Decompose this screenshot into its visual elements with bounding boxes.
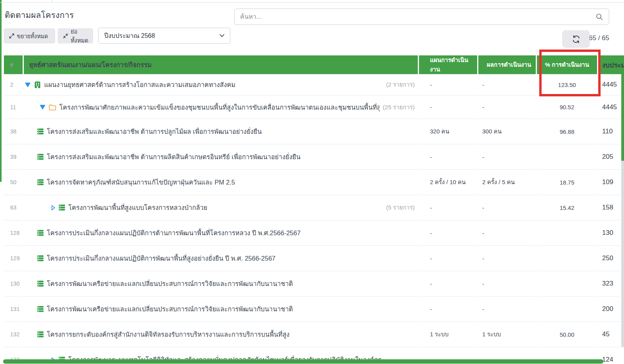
- table-row[interactable]: 131 โครงการพัฒนาเครือข่ายและแลกเปลี่ยนปร…: [4, 297, 624, 322]
- row-number: 131: [4, 297, 23, 322]
- item-name[interactable]: โครงการส่งเสริมและพัฒนาอาชีพ ด้านการผลิต…: [47, 152, 301, 162]
- item-name[interactable]: แผนงานยุทธศาสตร์ด้านการสร้างโอกาสและความ…: [44, 80, 235, 90]
- table-row[interactable]: 2 แผนงานยุทธศาสตร์ด้านการสร้างโอกาสและคว…: [4, 74, 624, 96]
- result-value: -: [478, 297, 536, 322]
- header-name: ยุทธ์ศาสตร์/แผนงาน/แผน/โครงการ/กิจกรรม: [24, 55, 418, 74]
- project-stack-icon: [37, 230, 44, 236]
- result-value: -: [478, 144, 536, 170]
- table-row[interactable]: 11 โครงการพัฒนาศักยภาพและความเข้มแข็งของ…: [4, 96, 624, 119]
- collapse-node-icon[interactable]: [39, 105, 46, 110]
- result-value: -: [478, 74, 536, 96]
- plan-value: -: [419, 297, 477, 322]
- percent-value: [537, 220, 597, 246]
- item-children-count: (25 รายการ): [383, 103, 418, 112]
- item-name[interactable]: โครงการพัฒนาเครือข่ายและแลกเปลี่ยนประสบก…: [47, 279, 293, 289]
- result-value: -: [478, 195, 536, 220]
- folder-icon: [49, 104, 56, 110]
- table-row[interactable]: 63 โครงการพัฒนาพื้นที่สูงแบบโครงการหลวงป…: [4, 195, 624, 220]
- row-number: 50: [4, 170, 23, 195]
- result-value: -: [478, 246, 536, 271]
- table-row[interactable]: 132 โครงการยกระดับองค์กรสู่สำนักงานดิจิท…: [4, 322, 624, 347]
- result-value: 2 ครั้ง / 5 คน: [478, 170, 536, 195]
- left-green-strip: [0, 0, 2, 182]
- row-number: 39: [4, 144, 23, 170]
- item-children-count: (5 รายการ): [386, 203, 418, 212]
- item-name[interactable]: โครงการประเมินกึ่งกลางแผนปฏิบัติการพัฒนา…: [47, 253, 276, 263]
- row-number: 11: [4, 96, 23, 119]
- table-row[interactable]: 39 โครงการส่งเสริมและพัฒนาอาชีพ ด้านการผ…: [4, 144, 624, 170]
- fiscal-year-select[interactable]: ปีงบประมาณ 2568: [98, 28, 230, 44]
- row-number: 63: [4, 195, 23, 220]
- header-result: ผลการดำเนินงาน: [478, 55, 536, 74]
- project-stack-icon: [37, 128, 44, 135]
- horizontal-scrollbar[interactable]: [3, 359, 603, 364]
- plan-value: -: [419, 96, 477, 119]
- result-value: 1 ระบบ: [478, 322, 536, 347]
- project-stack-icon: [37, 331, 44, 337]
- plan-value: 1 ระบบ: [419, 322, 477, 347]
- plan-value: -: [419, 144, 477, 170]
- result-value: 300 คน: [478, 119, 536, 144]
- project-stack-icon: [37, 306, 44, 312]
- vertical-scrollbar-thumb[interactable]: [621, 74, 624, 161]
- result-value: -: [478, 220, 536, 246]
- collapse-all-label: ย่อทั้งหมด: [71, 27, 88, 45]
- item-name[interactable]: โครงการส่งเสริมและพัฒนาอาชีพ ด้านการปลูก…: [47, 126, 262, 137]
- percent-value: [537, 271, 597, 297]
- percent-value: 15.42: [537, 195, 597, 220]
- refresh-icon: [572, 35, 580, 43]
- project-tree-table: # ยุทธ์ศาสตร์/แผนงาน/แผน/โครงการ/กิจกรรม…: [4, 55, 624, 364]
- result-value: -: [478, 96, 536, 119]
- header-plan: แผนการดำเนินงาน: [419, 55, 477, 74]
- expand-node-icon[interactable]: [51, 205, 55, 211]
- percent-value: 90.52: [537, 96, 597, 119]
- row-number: 2: [4, 74, 23, 96]
- item-name[interactable]: โครงการพัฒนาศักยภาพและความเข้มแข็งของชุม…: [59, 102, 380, 112]
- item-name[interactable]: โครงการพัฒนาพื้นที่สูงแบบโครงการหลวงป่าก…: [68, 202, 207, 213]
- project-stack-icon: [37, 179, 44, 185]
- building-icon: [34, 81, 41, 89]
- collapse-all-icon: [63, 33, 68, 39]
- refresh-button[interactable]: [562, 30, 590, 48]
- row-number: 38: [4, 119, 23, 144]
- search-box[interactable]: [234, 9, 609, 25]
- expand-all-button[interactable]: ขยายทั้งหมด: [4, 28, 55, 43]
- collapse-node-icon[interactable]: [25, 82, 31, 87]
- collapse-all-button[interactable]: ย่อทั้งหมด: [58, 28, 93, 43]
- table-row[interactable]: 50 โครงการจัดหาครุภัณฑ์สนับสนุนการแก้ไขป…: [4, 170, 624, 195]
- search-input[interactable]: [235, 13, 595, 20]
- table-row[interactable]: 129 โครงการประเมินกึ่งกลางแผนปฏิบัติการพ…: [4, 246, 624, 271]
- item-name[interactable]: โครงการประเมินกึ่งกลางแผนปฏิบัติการด้านก…: [47, 228, 301, 238]
- item-name[interactable]: โครงการยกระดับองค์กรสู่สำนักงานดิจิทัลรอ…: [47, 329, 289, 339]
- percent-value: 18.75: [537, 170, 597, 195]
- fiscal-year-value: ปีงบประมาณ 2568: [104, 31, 155, 41]
- table-header-row: # ยุทธ์ศาสตร์/แผนงาน/แผน/โครงการ/กิจกรรม…: [4, 55, 624, 73]
- item-name[interactable]: โครงการจัดหาครุภัณฑ์สนับสนุนการแก้ไขปัญห…: [47, 177, 235, 187]
- percent-value: [537, 297, 597, 322]
- item-children-count: (2 รายการ): [386, 80, 418, 89]
- percent-value: 96.88: [537, 119, 597, 144]
- result-value: -: [478, 271, 536, 297]
- row-number: 129: [4, 246, 23, 271]
- percent-value: 123.50: [537, 74, 597, 96]
- plan-value: 320 คน: [419, 119, 477, 144]
- row-number: 128: [4, 220, 23, 246]
- chevron-down-icon: [219, 34, 225, 37]
- project-stack-icon: [37, 281, 44, 287]
- expand-all-icon: [9, 33, 14, 39]
- plan-value: 2 ครั้ง / 10 คน: [419, 170, 477, 195]
- header-budget: งบประมาณ: [598, 55, 624, 74]
- top-divider-tick: [52, 0, 52, 2]
- plan-value: -: [419, 74, 477, 96]
- header-percent: % การดำเนินงาน: [537, 55, 597, 74]
- percent-value: 50.00: [537, 322, 597, 347]
- table-row[interactable]: 130 โครงการพัฒนาเครือข่ายและแลกเปลี่ยนปร…: [4, 271, 624, 297]
- row-number: 130: [4, 271, 23, 297]
- top-divider: [0, 2, 624, 3]
- table-row[interactable]: 128 โครงการประเมินกึ่งกลางแผนปฏิบัติการด…: [4, 220, 624, 246]
- project-stack-icon: [37, 255, 44, 261]
- header-no: #: [4, 55, 23, 74]
- search-icon[interactable]: [595, 13, 603, 21]
- table-row[interactable]: 38 โครงการส่งเสริมและพัฒนาอาชีพ ด้านการป…: [4, 119, 624, 144]
- item-name[interactable]: โครงการพัฒนาเครือข่ายและแลกเปลี่ยนประสบก…: [47, 304, 293, 314]
